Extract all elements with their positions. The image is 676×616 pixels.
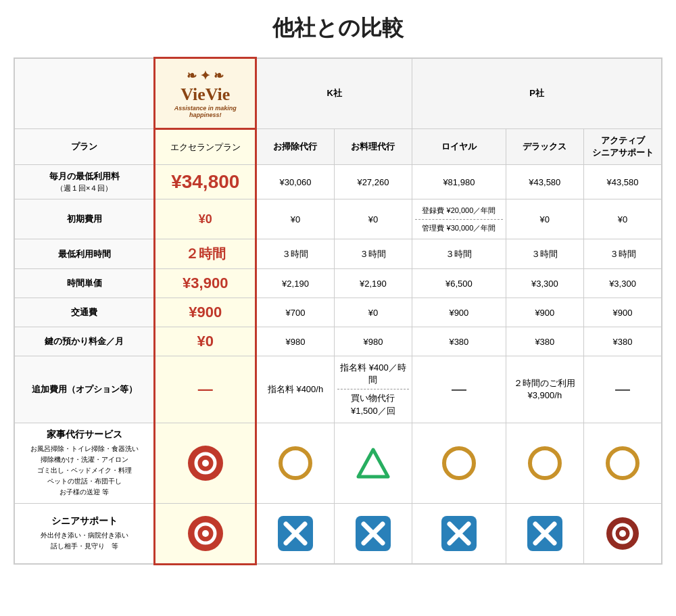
p2-housework-icon-cell — [506, 423, 583, 503]
monthly-label: 毎月の最低利用料 （週１回×４回） — [14, 165, 155, 199]
vievie-housework-icon — [158, 444, 252, 482]
p1-key: ¥380 — [412, 327, 506, 356]
p-company-header: P社 — [412, 58, 662, 129]
vievie-monthly: ¥34,800 — [155, 165, 256, 199]
vievie-monthly-price: ¥34,800 — [158, 171, 252, 193]
circle-target-red-icon — [187, 444, 224, 482]
p2-housework-icon — [509, 446, 581, 481]
initial-label: 初期費用 — [14, 199, 155, 239]
p3-monthly: ¥43,580 — [584, 165, 662, 199]
svg-point-5 — [444, 448, 474, 478]
monthly-label-line1: 毎月の最低利用料 — [49, 171, 120, 181]
triangle-green-icon — [356, 446, 391, 481]
p1-transport: ¥900 — [412, 298, 506, 327]
vievie-emblem-icon: ❧ ✦ ❧ — [187, 68, 224, 83]
hourly-label: 時間単価 — [14, 269, 155, 298]
senior-subtitle: 外出付き添い・病院付き添い 話し相手・見守り 等 — [18, 530, 151, 552]
hourly-row: 時間単価 ¥3,900 ¥2,190 ¥2,190 ¥6,500 ¥3,300 … — [14, 269, 662, 298]
vievie-initial-price: ¥0 — [158, 212, 252, 227]
extra-row: 追加費用（オプション等） — 指名料 ¥400/h 指名料 ¥400／時間 買い… — [14, 356, 662, 423]
k2-hourly: ¥2,190 — [334, 269, 412, 298]
p1-housework-icon-cell — [412, 423, 506, 503]
k2-senior-icon — [337, 516, 409, 551]
p1-mgmt-fee: 管理費 ¥30,000／年間 — [415, 222, 503, 234]
cross-blue2-icon — [356, 516, 391, 551]
circle-target-darkred-icon — [605, 516, 640, 551]
p1-extra: — — [412, 356, 506, 423]
vievie-logo-name: VieVie — [180, 85, 230, 105]
p2-transport: ¥900 — [506, 298, 583, 327]
p1-senior-icon-cell — [412, 503, 506, 564]
p2-extra: ２時間のご利用 ¥3,900/h — [506, 356, 583, 423]
vievie-senior-icon-cell — [155, 503, 256, 564]
p3-extra: — — [584, 356, 662, 423]
k2-extra-line2: 買い物代行 ¥1,500／回 — [337, 392, 409, 417]
k1-initial: ¥0 — [256, 199, 334, 239]
k1-senior-icon-cell — [256, 503, 334, 564]
vievie-mintime: ２時間 — [155, 239, 256, 269]
empty-header — [14, 58, 155, 129]
monthly-row: 毎月の最低利用料 （週１回×４回） ¥34,800 ¥30,060 ¥27,26… — [14, 165, 662, 199]
key-label: 鍵の預かり料金／月 — [14, 327, 155, 356]
p1-plan: ロイヤル — [412, 129, 506, 165]
k2-transport: ¥0 — [334, 298, 412, 327]
reg-fee-divider — [415, 219, 503, 220]
mintime-row: 最低利用時間 ２時間 ３時間 ３時間 ３時間 ３時間 ３時間 — [14, 239, 662, 269]
vievie-senior-icon — [158, 515, 252, 552]
vievie-key: ¥0 — [155, 327, 256, 356]
vievie-transport-price: ¥900 — [158, 304, 252, 321]
plan-label: プラン — [14, 129, 155, 165]
p3-key: ¥380 — [584, 327, 662, 356]
comparison-table: ❧ ✦ ❧ VieVie Assistance in making happin… — [14, 57, 662, 565]
k1-transport: ¥700 — [256, 298, 334, 327]
k2-divider — [337, 389, 409, 389]
cross-blue4-icon — [527, 516, 562, 551]
cross-blue3-icon — [441, 516, 477, 551]
k2-initial: ¥0 — [334, 199, 412, 239]
senior-label: シニアサポート 外出付き添い・病院付き添い 話し相手・見守り 等 — [14, 503, 155, 564]
k2-monthly: ¥27,260 — [334, 165, 412, 199]
k1-mintime: ３時間 — [256, 239, 334, 269]
p2-monthly: ¥43,580 — [506, 165, 583, 199]
p3-senior-icon — [587, 516, 658, 551]
vievie-extra: — — [155, 356, 256, 423]
k2-key: ¥980 — [334, 327, 412, 356]
housework-row: 家事代行サービス お風呂掃除・トイレ掃除・食器洗い 掃除機かけ・洗濯・アイロン … — [14, 423, 662, 503]
svg-marker-4 — [358, 450, 388, 477]
housework-title: 家事代行サービス — [18, 429, 151, 441]
circle-outline-gold4-icon — [605, 446, 640, 481]
svg-point-10 — [202, 530, 209, 537]
p2-senior-icon — [509, 516, 581, 551]
p3-transport: ¥900 — [584, 298, 662, 327]
k2-plan: お料理代行 — [334, 129, 412, 165]
circle-outline-gold2-icon — [441, 446, 477, 481]
p1-mintime: ３時間 — [412, 239, 506, 269]
vievie-hourly: ¥3,900 — [155, 269, 256, 298]
p1-extra-dash-icon: — — [452, 381, 466, 398]
p2-key: ¥380 — [506, 327, 583, 356]
transport-row: 交通費 ¥900 ¥700 ¥0 ¥900 ¥900 ¥900 — [14, 298, 662, 327]
header-row: ❧ ✦ ❧ VieVie Assistance in making happin… — [14, 58, 662, 129]
key-row: 鍵の預かり料金／月 ¥0 ¥980 ¥980 ¥380 ¥380 ¥380 — [14, 327, 662, 356]
svg-point-25 — [619, 530, 626, 537]
p3-initial: ¥0 — [584, 199, 662, 239]
svg-point-2 — [202, 460, 209, 467]
k2-housework-icon-cell — [334, 423, 412, 503]
p1-reg-fee: 登録費 ¥20,000／年間 — [415, 205, 503, 216]
initial-row: 初期費用 ¥0 ¥0 ¥0 登録費 ¥20,000／年間 管理費 ¥30,000… — [14, 199, 662, 239]
transport-label: 交通費 — [14, 298, 155, 327]
vievie-plan: エクセランプラン — [155, 129, 256, 165]
p2-senior-icon-cell — [506, 503, 583, 564]
senior-title: シニアサポート — [18, 515, 151, 527]
housework-subtitle: お風呂掃除・トイレ掃除・食器洗い 掃除機かけ・洗濯・アイロン ゴミ出し・ベッドメ… — [18, 444, 151, 498]
p1-housework-icon — [415, 446, 503, 481]
k2-mintime: ３時間 — [334, 239, 412, 269]
k-company-header: K社 — [256, 58, 412, 129]
page-wrapper: 他社との比較 ❧ ✦ ❧ VieVie Assistance in making… — [14, 14, 662, 565]
svg-point-3 — [281, 448, 310, 478]
p3-housework-icon — [587, 446, 658, 481]
k1-senior-icon — [260, 516, 331, 551]
k2-housework-icon — [337, 446, 409, 481]
k1-key: ¥980 — [256, 327, 334, 356]
p1-senior-icon — [415, 516, 503, 551]
